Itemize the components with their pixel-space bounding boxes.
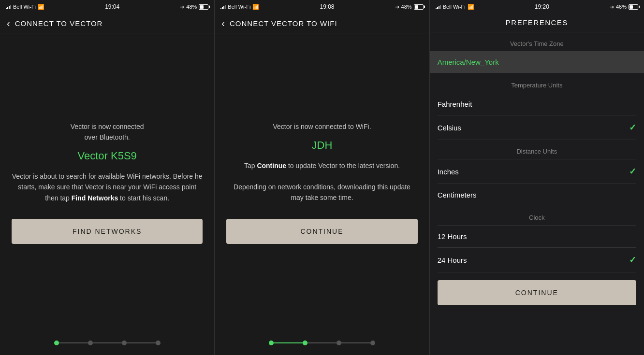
continue-bold: Continue [257,162,286,170]
inches-checkmark: ✓ [629,166,636,177]
centimeters-row[interactable]: Centimeters [430,184,644,206]
pref-content: Vector's Time Zone America/New_York Temp… [430,32,644,355]
dot-line-2-3 [341,342,370,343]
dot-2-1 [269,341,274,345]
continue-button-2[interactable]: CONTINUE [226,219,417,244]
wifi-icon-3: 📶 [468,4,474,10]
description-2b: Depending on network conditions, downloa… [226,182,417,203]
dot-line-1-2 [93,342,122,343]
screen-preferences: Bell Wi-Fi 📶 19:20 ➔ 46% PREFERENCES Vec… [430,0,644,355]
location-icon-1: ➔ [180,4,184,10]
dot-1-3 [122,341,127,345]
progress-dots-1 [0,332,214,355]
screen-title-1: CONNECT TO VECTOR [15,19,208,28]
dot-line-2-1 [274,342,303,343]
screen-connect-to-wifi: Bell Wi-Fi 📶 19:08 ➔ 48% ‹ CONNECT VECTO… [215,0,429,355]
back-button-1[interactable]: ‹ [7,18,10,28]
battery-percent-3: 46% [616,4,627,10]
dot-2-3 [337,341,341,345]
clock-section-label: Clock [430,206,644,225]
battery-icon-1 [199,4,208,10]
dot-line-2-2 [307,342,337,343]
network-name: JDH [312,139,333,152]
status-left-3: Bell Wi-Fi 📶 [436,4,474,10]
dot-1-1 [54,341,59,345]
pref-title: PREFERENCES [506,18,568,27]
temperature-section-label: Temperature Units [430,74,644,93]
progress-dots-2 [215,332,429,355]
screen-connect-to-vector: Bell Wi-Fi 📶 19:04 ➔ 48% ‹ CONNECT TO VE… [0,0,215,355]
fahrenheit-row[interactable]: Fahrenheit [430,93,644,115]
wifi-icon-2: 📶 [252,4,259,10]
battery-icon-2 [414,4,424,10]
screen-title-2: CONNECT VECTOR TO WIFI [230,19,423,28]
status-right-3: ➔ 46% [610,4,638,10]
celsius-row[interactable]: Celsius ✓ [430,115,644,140]
signal-icon-3 [436,4,441,9]
wifi-icon-1: 📶 [38,4,44,10]
header-1: ‹ CONNECT TO VECTOR [0,14,214,33]
wifi-connected-text: Vector is now connected to WiFi. [273,121,371,132]
timezone-section-label: Vector's Time Zone [430,32,644,51]
status-bar-1: Bell Wi-Fi 📶 19:04 ➔ 48% [0,0,214,14]
battery-percent-1: 48% [186,4,197,10]
signal-icon-2 [220,4,226,9]
signal-icon-1 [6,4,11,9]
status-left-2: Bell Wi-Fi 📶 [220,4,259,10]
time-3: 19:20 [535,3,549,10]
battery-icon-3 [629,4,638,10]
dot-1-4 [156,341,161,345]
description-2a: Tap Continue to update Vector to the lat… [244,160,400,171]
device-name-1: Vector K5S9 [78,150,137,162]
battery-percent-2: 48% [401,4,412,10]
pref-continue-button[interactable]: CONTINUE [438,280,636,305]
content-1: Vector is now connected over Bluetooth. … [0,33,214,332]
carrier-2: Bell Wi-Fi [228,4,250,10]
description-1: Vector is about to search for available … [12,171,203,203]
dot-2-4 [370,341,375,345]
24hours-row[interactable]: 24 Hours ✓ [430,248,644,272]
timezone-row[interactable]: America/New_York [430,51,644,73]
location-icon-3: ➔ [610,4,614,10]
timezone-value: America/New_York [438,58,499,66]
status-right-1: ➔ 48% [180,4,208,10]
status-bar-2: Bell Wi-Fi 📶 19:08 ➔ 48% [215,0,429,14]
pref-button-container: CONTINUE [430,272,644,313]
12hours-row[interactable]: 12 Hours [430,226,644,247]
content-2: Vector is now connected to WiFi. JDH Tap… [215,33,429,332]
dot-2-2 [303,341,307,345]
distance-section-label: Distance Units [430,140,644,159]
carrier-1: Bell Wi-Fi [13,4,36,10]
status-right-2: ➔ 48% [395,4,424,10]
24hours-label: 24 Hours [438,256,467,264]
centimeters-label: Centimeters [438,191,477,199]
fahrenheit-label: Fahrenheit [438,100,472,108]
header-2: ‹ CONNECT VECTOR TO WIFI [215,14,429,33]
dot-line-1-3 [127,342,156,343]
24hours-checkmark: ✓ [629,255,636,265]
connected-text-1: Vector is now connected over Bluetooth. [71,121,144,143]
carrier-3: Bell Wi-Fi [443,4,466,10]
location-icon-2: ➔ [395,4,399,10]
inches-label: Inches [438,168,459,176]
find-networks-button[interactable]: FIND NETWORKS [12,219,203,244]
dot-line-1-1 [59,342,88,343]
status-left-1: Bell Wi-Fi 📶 [6,4,44,10]
back-button-2[interactable]: ‹ [221,18,225,28]
celsius-checkmark: ✓ [629,122,636,133]
time-2: 19:08 [320,3,334,10]
pref-header: PREFERENCES [430,14,644,32]
celsius-label: Celsius [438,124,461,132]
find-networks-bold: Find Networks [72,194,118,202]
status-bar-3: Bell Wi-Fi 📶 19:20 ➔ 46% [430,0,644,14]
inches-row[interactable]: Inches ✓ [430,159,644,184]
time-1: 19:04 [105,3,119,10]
dot-1-2 [88,341,93,345]
12hours-label: 12 Hours [438,232,467,241]
